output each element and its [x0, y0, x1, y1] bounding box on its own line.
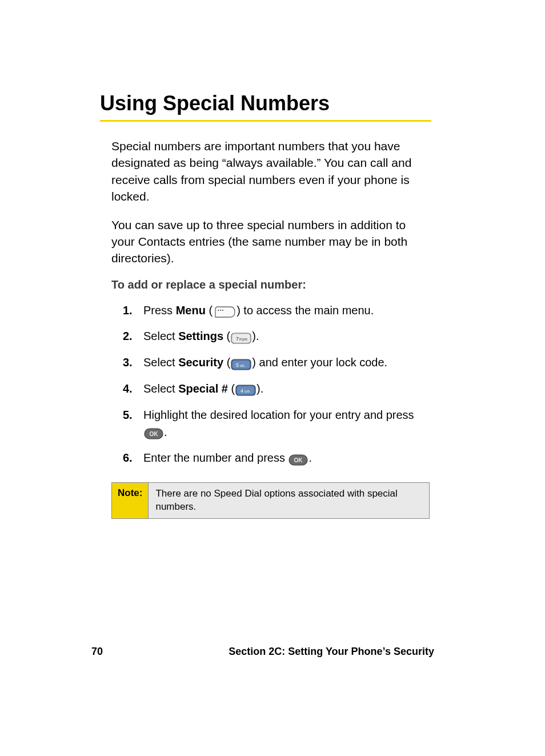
step-text-pre: Select — [143, 356, 178, 369]
step-paren-close: ). — [252, 330, 259, 342]
step-number: 5. — [123, 406, 133, 423]
seven-key-icon: 7 PQRS — [231, 329, 251, 346]
svg-text:PQRS: PQRS — [239, 337, 248, 341]
ok-key-icon: OK — [144, 424, 163, 441]
step-bold: Menu — [176, 304, 206, 317]
svg-point-2 — [222, 310, 223, 311]
svg-text:4: 4 — [241, 388, 243, 394]
heading-underline — [100, 120, 431, 122]
step-3: 3. Select Security ( 5 JKL ) and enter y… — [123, 354, 431, 372]
step-text-b: . — [308, 451, 312, 464]
step-text-pre: Press — [143, 304, 176, 317]
step-number: 1. — [123, 302, 133, 319]
step-number: 6. — [123, 449, 133, 466]
step-1: 1. Press Menu ( ) to access the main men… — [123, 302, 431, 320]
step-paren-close: ). — [257, 382, 263, 395]
step-5: 5. Highlight the desired location for yo… — [123, 406, 431, 442]
content-area: Using Special Numbers Special numbers ar… — [100, 91, 431, 519]
step-6: 6. Enter the number and press OK . — [123, 449, 431, 467]
note-box: Note: There are no Speed Dial options as… — [111, 482, 430, 519]
note-label: Note: — [112, 483, 149, 518]
step-bold: Special # — [178, 382, 228, 395]
step-bold: Security — [178, 356, 223, 369]
step-text-a: Enter the number and press — [143, 451, 288, 464]
intro-paragraph-2: You can save up to three special numbers… — [100, 217, 431, 267]
step-4: 4. Select Special # ( 4 GHI ). — [123, 380, 431, 398]
page: Using Special Numbers Special numbers ar… — [0, 0, 545, 756]
svg-text:JKL: JKL — [240, 363, 245, 367]
step-2: 2. Select Settings ( 7 PQRS ). — [123, 327, 431, 346]
step-text-pre: Select — [143, 330, 178, 342]
steps-list: 1. Press Menu ( ) to access the main men… — [100, 302, 431, 467]
step-bold: Settings — [178, 330, 223, 342]
four-key-icon: 4 GHI — [235, 381, 256, 398]
section-title: Section 2C: Setting Your Phone’s Securit… — [103, 646, 434, 658]
step-text-a: Highlight the desired location for your … — [143, 409, 414, 421]
five-key-icon: 5 JKL — [231, 355, 251, 372]
step-text-pre: Select — [143, 382, 178, 395]
procedure-subheading: To add or replace a special number: — [100, 278, 431, 291]
step-paren-close: ) to access the main menu. — [237, 304, 374, 317]
page-footer: 70 Section 2C: Setting Your Phone’s Secu… — [91, 646, 434, 658]
step-paren-close: ) and enter your lock code. — [252, 356, 387, 369]
svg-point-0 — [218, 310, 219, 311]
intro-paragraph-1: Special numbers are important numbers th… — [100, 138, 431, 205]
step-number: 2. — [123, 327, 133, 345]
svg-text:5: 5 — [236, 362, 239, 368]
svg-text:7: 7 — [236, 336, 239, 342]
svg-text:OK: OK — [294, 457, 303, 463]
svg-text:GHI: GHI — [245, 390, 250, 393]
step-paren-open: ( — [206, 304, 213, 317]
svg-text:OK: OK — [150, 431, 159, 437]
svg-point-1 — [220, 310, 221, 311]
step-paren-open: ( — [228, 382, 235, 395]
note-text: There are no Speed Dial options associat… — [149, 483, 429, 518]
step-number: 4. — [123, 380, 133, 397]
ok-key-icon: OK — [288, 450, 308, 467]
step-text-b: . — [164, 426, 167, 438]
step-number: 3. — [123, 354, 133, 371]
menu-key-icon — [213, 302, 236, 319]
step-paren-open: ( — [223, 330, 230, 342]
page-number: 70 — [91, 646, 103, 658]
page-heading: Using Special Numbers — [100, 91, 431, 115]
step-paren-open: ( — [223, 356, 230, 369]
